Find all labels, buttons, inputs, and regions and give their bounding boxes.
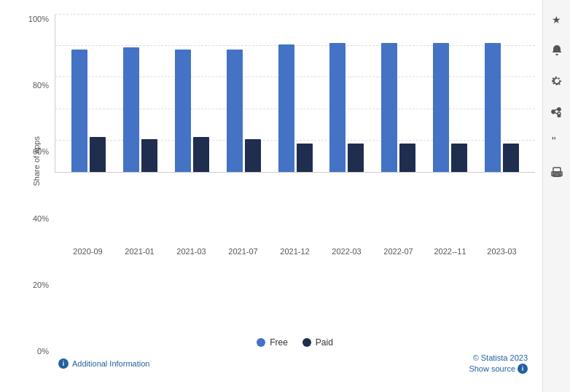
chart-inner: Share of apps (55, 15, 535, 377)
bar-group-2022-03 (321, 15, 372, 172)
bar-group-2021-01 (114, 15, 166, 172)
bar-free-2021-01 (123, 47, 139, 172)
x-labels: 2020-09 2021-01 2021-03 2021-07 2021-12 … (55, 173, 535, 330)
chart-area: 0% 20% 40% 60% 80% 100% Share of apps (0, 0, 542, 392)
svg-text:": " (552, 136, 556, 148)
bar-group-2020-09 (63, 15, 114, 172)
share-icon[interactable] (548, 103, 566, 120)
main-container: 0% 20% 40% 60% 80% 100% Share of apps (0, 0, 570, 392)
x-label-2021-12: 2021-12 (269, 247, 321, 256)
legend-dot-paid (302, 338, 311, 347)
x-label-2021-07: 2021-07 (217, 247, 269, 256)
bar-paid-2021-12 (297, 144, 313, 172)
footer-right: © Statista 2023 Show source i (469, 353, 528, 374)
x-label-2022-11: 2022--11 (424, 247, 476, 256)
bar-free-2021-12 (278, 44, 294, 172)
y-axis-title: Share of apps (32, 136, 41, 187)
bar-group-2022-07 (372, 15, 424, 172)
bar-paid-2021-07 (245, 139, 261, 172)
bar-free-2022-07 (381, 43, 397, 172)
bar-paid-2022-11 (451, 144, 467, 172)
bar-group-2023-03 (476, 15, 528, 172)
y-label-0: 0% (37, 347, 49, 356)
star-icon[interactable]: ★ (548, 11, 566, 28)
legend-dot-free (257, 338, 265, 347)
chart-wrapper: 0% 20% 40% 60% 80% 100% Share of apps (15, 15, 535, 377)
svg-rect-6 (553, 168, 561, 172)
bar-free-2021-03 (175, 50, 191, 172)
x-label-2020-09: 2020-09 (62, 247, 114, 256)
bar-free-2021-07 (227, 50, 243, 172)
bar-free-2020-09 (71, 50, 87, 172)
bar-free-2023-03 (485, 43, 501, 172)
x-label-2021-03: 2021-03 (165, 247, 217, 256)
bar-free-2022-11 (433, 43, 449, 172)
legend: Free Paid (55, 337, 535, 348)
legend-label-paid: Paid (316, 337, 333, 348)
gear-icon[interactable] (548, 72, 566, 90)
show-source-button[interactable]: Show source i (469, 364, 528, 374)
quote-icon[interactable]: " (548, 133, 566, 151)
x-label-2022-07: 2022-07 (372, 247, 424, 256)
bar-paid-2020-09 (90, 137, 106, 172)
bar-free-2022-03 (329, 43, 345, 172)
legend-free: Free (257, 337, 288, 348)
additional-info-label[interactable]: Additional Information (72, 359, 149, 368)
print-icon[interactable] (548, 164, 566, 181)
bell-icon[interactable] (548, 42, 566, 59)
copyright-text: © Statista 2023 (473, 353, 528, 362)
bar-paid-2023-03 (503, 144, 519, 172)
show-source-icon: i (518, 364, 528, 374)
bar-paid-2021-03 (193, 137, 209, 172)
x-label-2022-03: 2022-03 (321, 247, 372, 256)
show-source-label[interactable]: Show source (469, 364, 515, 373)
bars-container (55, 15, 535, 172)
bar-paid-2021-01 (141, 139, 157, 172)
info-icon: i (58, 358, 69, 369)
bar-paid-2022-03 (348, 144, 364, 172)
bar-paid-2022-07 (399, 144, 415, 172)
bar-group-2022-11 (424, 15, 476, 172)
footer: i Additional Information © Statista 2023… (55, 348, 535, 377)
svg-point-2 (558, 112, 561, 115)
grid-and-bars (55, 15, 535, 173)
legend-paid: Paid (302, 337, 333, 348)
svg-line-3 (555, 109, 558, 111)
svg-line-4 (555, 113, 558, 114)
bar-group-2021-12 (270, 15, 321, 172)
bar-group-2021-07 (218, 15, 270, 172)
legend-label-free: Free (270, 337, 288, 348)
bar-group-2021-03 (166, 15, 218, 172)
footer-left[interactable]: i Additional Information (58, 358, 149, 369)
x-label-2021-01: 2021-01 (114, 247, 165, 256)
sidebar: ★ " (542, 0, 570, 392)
x-label-2023-03: 2023-03 (476, 247, 528, 256)
